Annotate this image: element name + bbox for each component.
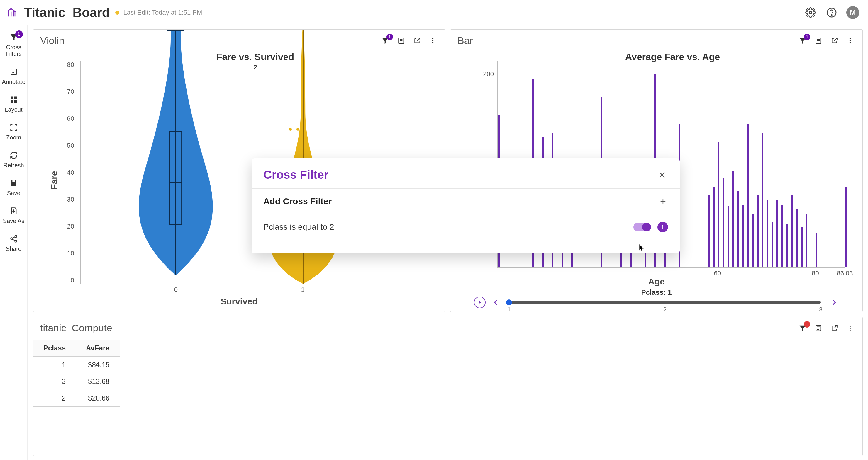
panel-title: titanic_Compute: [40, 322, 112, 334]
table-row[interactable]: 3$13.68: [33, 373, 120, 390]
sidebar-item-layout[interactable]: Layout: [0, 91, 27, 119]
sidebar-item-zoom[interactable]: Zoom: [0, 119, 27, 146]
help-button[interactable]: [825, 6, 838, 19]
bar-x-ticks: 608086.03: [497, 269, 845, 277]
panel-filter-badge: 1: [386, 34, 393, 40]
slider-prev-button[interactable]: [491, 297, 501, 307]
svg-rect-3: [11, 69, 17, 75]
panel-filter-badge: 1: [804, 34, 810, 40]
table-cell: 2: [33, 390, 76, 407]
panel-notes-button[interactable]: [396, 35, 406, 46]
panel-filter-button[interactable]: 1: [797, 35, 808, 46]
slider-track[interactable]: 1 2 3: [509, 301, 821, 304]
table-cell: 3: [33, 373, 76, 390]
popover-title: Cross Filter: [264, 168, 329, 182]
sidebar-item-annotate[interactable]: Annotate: [0, 63, 27, 91]
cursor-icon: [639, 244, 645, 252]
compute-table: PclassAvFare 1$84.153$13.682$20.66: [33, 339, 120, 407]
sidebar-item-label: Annotate: [2, 78, 25, 85]
bar-x-axis-label: Age: [648, 276, 665, 287]
panel-more-button[interactable]: [428, 35, 438, 46]
panel-table: titanic_Compute ! PclassAvFare: [33, 317, 863, 456]
sidebar-item-label: Layout: [5, 106, 22, 113]
bar-item: [815, 233, 817, 267]
add-cross-filter-button[interactable]: +: [658, 196, 668, 206]
panel-more-button[interactable]: [845, 35, 856, 46]
svg-point-27: [849, 326, 851, 327]
left-sidebar: 1 Cross Filters Annotate Layout Zoom Ref…: [0, 25, 28, 460]
sidebar-item-share[interactable]: Share: [0, 230, 27, 258]
slider-thumb[interactable]: [506, 299, 512, 305]
bar-item: [708, 195, 710, 267]
user-avatar[interactable]: M: [846, 6, 859, 19]
slider-tick: 3: [819, 306, 822, 312]
panel-notes-button[interactable]: [813, 323, 824, 333]
bar-item: [732, 170, 734, 267]
y-axis-ticks: 80706050403020100: [62, 61, 74, 284]
table-cell: $20.66: [76, 390, 120, 407]
unsaved-dot-icon: [115, 10, 119, 15]
sidebar-item-save-as[interactable]: Save As: [0, 202, 27, 230]
svg-point-29: [849, 330, 851, 331]
panel-open-button[interactable]: [829, 323, 840, 333]
bar-item: [737, 191, 739, 267]
bar-item: [713, 187, 715, 267]
bar-item: [767, 200, 768, 267]
sidebar-item-refresh[interactable]: Refresh: [0, 146, 27, 174]
panel-filter-button[interactable]: !: [797, 323, 808, 333]
svg-point-8: [15, 235, 17, 237]
bar-item: [727, 206, 729, 267]
settings-button[interactable]: [804, 6, 817, 19]
svg-rect-5: [14, 97, 17, 99]
sidebar-item-label: Share: [6, 245, 22, 252]
svg-rect-6: [10, 100, 13, 103]
sidebar-item-cross-filters[interactable]: 1 Cross Filters: [0, 28, 27, 63]
cross-filter-popover: Cross Filter Add Cross Filter + Pclass i…: [252, 158, 680, 254]
filter-toggle[interactable]: [633, 223, 651, 231]
last-edit-label: Last Edit: Today at 1:51 PM: [123, 9, 202, 17]
table-row[interactable]: 2$20.66: [33, 390, 120, 407]
slider-tick: 2: [663, 306, 666, 312]
table-header-cell: AvFare: [76, 340, 120, 357]
table-header-cell: Pclass: [33, 340, 76, 357]
y-axis-label: Fare: [49, 171, 59, 190]
bar-item: [772, 222, 773, 267]
bar-item: [722, 177, 724, 267]
topbar: Titanic_Board Last Edit: Today at 1:51 P…: [0, 0, 868, 25]
svg-rect-4: [10, 97, 13, 99]
bar-item: [757, 195, 758, 267]
sidebar-item-save[interactable]: Save: [0, 174, 27, 202]
panel-more-button[interactable]: [845, 323, 856, 333]
svg-point-13: [432, 40, 433, 41]
layout-icon: [9, 95, 19, 105]
bar-item: [762, 133, 763, 267]
svg-point-2: [831, 15, 832, 15]
outlier-point: [289, 128, 292, 131]
panel-filter-badge: !: [804, 321, 810, 328]
board-name: Titanic_Board: [24, 5, 110, 20]
slider-next-button[interactable]: [829, 297, 839, 307]
table-cell: $13.68: [76, 373, 120, 390]
panel-open-button[interactable]: [412, 35, 422, 46]
panel-title: Violin: [40, 35, 64, 46]
bar-item: [845, 187, 846, 267]
filter-description[interactable]: Pclass is equal to 2: [264, 222, 334, 232]
bar-item: [806, 213, 807, 267]
svg-point-0: [809, 11, 812, 14]
popover-close-button[interactable]: [656, 169, 668, 181]
bar-item: [718, 142, 719, 267]
app-logo: [5, 6, 19, 19]
slider-play-button[interactable]: [474, 297, 486, 308]
table-row[interactable]: 1$84.15: [33, 357, 120, 373]
panel-filter-button[interactable]: 1: [380, 35, 391, 46]
cross-filters-badge: 1: [15, 30, 23, 38]
panel-notes-button[interactable]: [813, 35, 824, 46]
annotate-icon: [9, 67, 19, 77]
svg-point-28: [849, 328, 851, 329]
panel-open-button[interactable]: [829, 35, 840, 46]
table-cell: $84.15: [76, 357, 120, 373]
add-cross-filter-label: Add Cross Filter: [264, 196, 332, 206]
x-tick: 1: [301, 286, 305, 294]
x-axis-label: Survived: [33, 297, 445, 306]
zoom-icon: [9, 123, 19, 132]
